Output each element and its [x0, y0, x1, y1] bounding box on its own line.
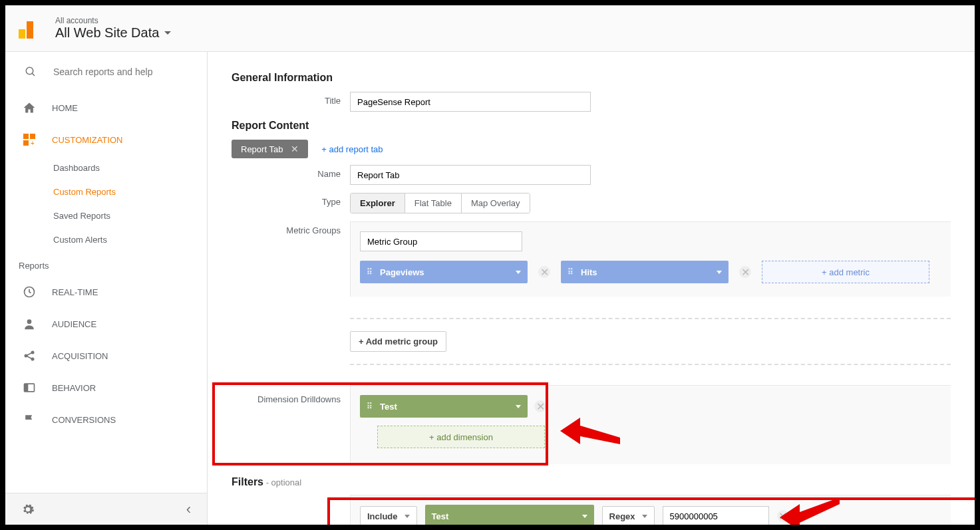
home-icon — [23, 101, 36, 114]
metric-groups-panel: ⠿ Pageviews ✕ ⠿ Hits ✕ + add metric — [350, 221, 951, 297]
clock-icon — [23, 285, 36, 299]
svg-point-0 — [26, 67, 33, 74]
account-selector[interactable]: All accounts All Web Site Data — [55, 16, 171, 41]
svg-rect-12 — [25, 384, 29, 392]
name-input[interactable] — [350, 165, 591, 185]
person-icon — [23, 317, 36, 331]
add-report-tab-button[interactable]: + add report tab — [321, 144, 383, 154]
behavior-icon — [23, 381, 36, 394]
reports-section-label: Reports — [5, 251, 207, 276]
sidebar-bottom-bar: ‹ — [5, 493, 207, 525]
type-option-map-overlay[interactable]: Map Overlay — [462, 194, 530, 213]
caret-down-icon — [164, 31, 171, 35]
sidebar-sub-custom-reports[interactable]: Custom Reports — [5, 180, 207, 203]
divider — [350, 364, 951, 365]
flag-icon — [23, 413, 36, 426]
sidebar: HOME + CUSTOMIZATION Dashboards Custom R… — [5, 52, 208, 525]
type-option-flat-table[interactable]: Flat Table — [405, 194, 462, 213]
report-tab-chip[interactable]: Report Tab ✕ — [232, 140, 308, 158]
filters-panel: Include Test Regex ✕ — [350, 495, 951, 525]
sidebar-sub-saved-reports[interactable]: Saved Reports — [5, 203, 207, 227]
chevron-down-icon — [516, 271, 521, 274]
caret-down-icon — [642, 515, 647, 518]
filter-dimension-chip[interactable]: Test — [425, 505, 594, 525]
analytics-logo-icon — [19, 19, 39, 39]
drag-handle-icon[interactable]: ⠿ — [367, 267, 373, 277]
title-label: Title — [232, 92, 350, 106]
filters-title: Filters — [232, 476, 263, 487]
dimension-drilldowns-label: Dimension Drilldowns — [232, 385, 350, 404]
metric-chip-hits[interactable]: ⠿ Hits — [561, 261, 729, 283]
remove-filter-icon[interactable]: ✕ — [777, 510, 789, 522]
sidebar-sub-dashboards[interactable]: Dashboards — [5, 156, 207, 180]
filter-include-dropdown[interactable]: Include — [360, 506, 417, 525]
customization-icon: + — [23, 133, 36, 146]
svg-point-7 — [27, 319, 32, 324]
remove-dimension-icon[interactable]: ✕ — [534, 400, 546, 412]
top-bar: All accounts All Web Site Data — [5, 5, 975, 52]
metric-group-name-input[interactable] — [360, 231, 522, 251]
report-content-title: Report Content — [232, 120, 951, 132]
add-dimension-button[interactable]: + add dimension — [377, 426, 545, 448]
title-input[interactable] — [350, 92, 591, 112]
chevron-down-icon — [516, 405, 521, 408]
sidebar-search[interactable] — [5, 52, 207, 92]
name-label: Name — [232, 165, 350, 179]
add-metric-button[interactable]: + add metric — [762, 261, 929, 283]
view-title: All Web Site Data — [55, 25, 159, 41]
filter-value-input[interactable] — [663, 506, 769, 525]
svg-rect-2 — [23, 134, 29, 139]
svg-rect-3 — [30, 134, 35, 139]
sidebar-item-behavior[interactable]: BEHAVIOR — [5, 372, 207, 404]
type-segment-group: Explorer Flat Table Map Overlay — [350, 193, 530, 213]
chevron-down-icon — [717, 271, 722, 274]
drag-handle-icon[interactable]: ⠿ — [568, 267, 574, 277]
sidebar-item-conversions[interactable]: CONVERSIONS — [5, 404, 207, 436]
chevron-down-icon — [582, 515, 587, 518]
metric-groups-label: Metric Groups — [232, 221, 350, 235]
remove-metric-icon[interactable]: ✕ — [739, 266, 751, 278]
sidebar-item-realtime[interactable]: REAL-TIME — [5, 276, 207, 308]
sidebar-item-customization[interactable]: + CUSTOMIZATION — [5, 124, 207, 156]
close-tab-icon[interactable]: ✕ — [291, 144, 299, 154]
type-option-explorer[interactable]: Explorer — [351, 194, 405, 213]
svg-line-1 — [32, 73, 35, 76]
collapse-sidebar-icon[interactable]: ‹ — [186, 501, 191, 518]
filters-optional-label: - optional — [263, 477, 301, 487]
sidebar-sub-custom-alerts[interactable]: Custom Alerts — [5, 227, 207, 251]
divider — [350, 318, 951, 319]
accounts-label: All accounts — [55, 16, 171, 25]
caret-down-icon — [405, 515, 410, 518]
dimension-chip-test[interactable]: ⠿ Test — [360, 395, 528, 418]
drag-handle-icon[interactable]: ⠿ — [367, 402, 373, 411]
search-icon — [24, 65, 37, 78]
metric-chip-pageviews[interactable]: ⠿ Pageviews — [360, 261, 528, 283]
type-label: Type — [232, 193, 350, 207]
sidebar-item-home[interactable]: HOME — [5, 92, 207, 124]
remove-metric-icon[interactable]: ✕ — [538, 266, 550, 278]
sidebar-item-audience[interactable]: AUDIENCE — [5, 308, 207, 340]
filter-match-dropdown[interactable]: Regex — [602, 506, 655, 525]
sidebar-item-acquisition[interactable]: ACQUISITION — [5, 340, 207, 372]
gear-icon[interactable] — [21, 503, 35, 516]
svg-text:+: + — [31, 140, 35, 146]
svg-rect-4 — [23, 140, 29, 146]
dimension-panel: ⠿ Test ✕ + add dimension — [350, 385, 951, 464]
add-metric-group-button[interactable]: + Add metric group — [350, 331, 446, 352]
general-info-title: General Information — [232, 72, 951, 84]
main-content: General Information Title Report Content… — [208, 52, 975, 525]
app-window: All accounts All Web Site Data HOME — [5, 5, 975, 525]
share-icon — [23, 349, 36, 362]
search-input[interactable] — [53, 66, 173, 77]
